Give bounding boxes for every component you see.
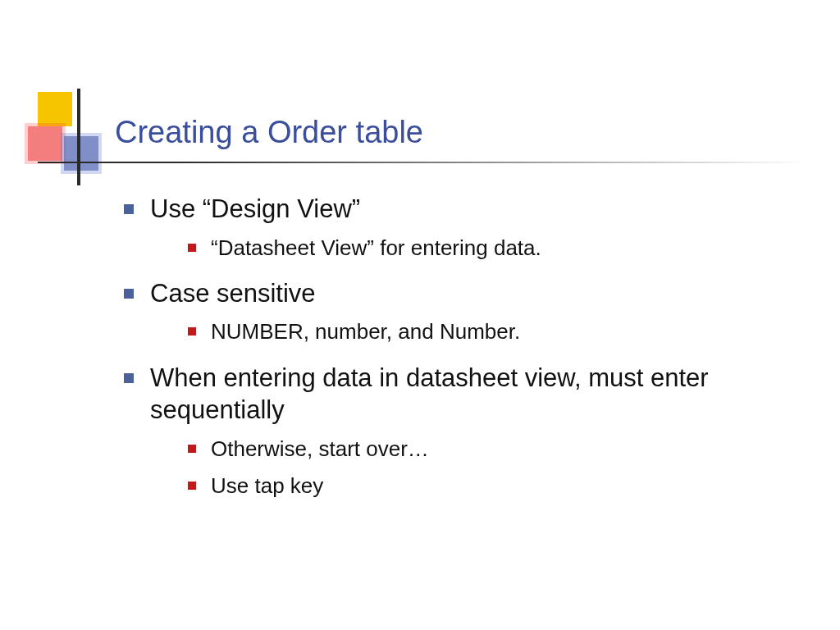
svg-rect-0 xyxy=(38,92,72,126)
svg-rect-2 xyxy=(25,123,66,164)
corner-decoration xyxy=(0,0,164,213)
bullet-level2: “Datasheet View” for entering data. xyxy=(183,234,792,262)
bullet-text: Use tap key xyxy=(211,473,323,498)
svg-rect-3 xyxy=(64,136,98,171)
bullet-level2: NUMBER, number, and Number. xyxy=(183,317,792,346)
bullet-level1: When entering data in datasheet view, mu… xyxy=(119,362,792,501)
bullet-text: NUMBER, number, and Number. xyxy=(211,319,520,344)
title-underline xyxy=(38,162,809,163)
bullet-text: Use “Design View” xyxy=(150,194,360,223)
bullet-level1: Case sensitive NUMBER, number, and Numbe… xyxy=(119,277,792,347)
bullet-text: “Datasheet View” for entering data. xyxy=(211,235,541,260)
svg-rect-4 xyxy=(61,133,102,174)
bullet-text: Otherwise, start over… xyxy=(211,436,429,461)
bullet-text: Case sensitive xyxy=(150,279,316,308)
bullet-level2: Use tap key xyxy=(183,472,792,500)
title-area: Creating a Order table xyxy=(115,115,820,157)
bullet-text: When entering data in datasheet view, mu… xyxy=(150,363,709,425)
svg-rect-5 xyxy=(77,89,80,185)
slide: Creating a Order table Use “Design View”… xyxy=(0,0,840,630)
slide-body: Use “Design View” “Datasheet View” for e… xyxy=(119,193,792,515)
slide-title: Creating a Order table xyxy=(115,115,820,150)
bullet-level2: Otherwise, start over… xyxy=(183,435,792,463)
svg-rect-1 xyxy=(28,126,62,161)
bullet-level1: Use “Design View” “Datasheet View” for e… xyxy=(119,193,792,262)
